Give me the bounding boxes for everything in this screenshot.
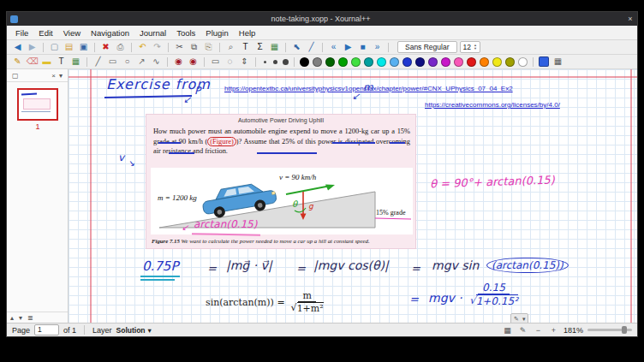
color-swatch-dark-green[interactable] <box>325 57 335 67</box>
color-swatch-pink[interactable] <box>454 57 463 67</box>
select-lasso-icon[interactable]: ◌ <box>224 56 236 68</box>
color-swatch-yellow[interactable] <box>492 57 502 67</box>
pen-quick-icon[interactable]: ✎ <box>514 316 519 323</box>
menu-item-help[interactable]: Help <box>234 28 261 38</box>
ink-arrow-icon: ↙ <box>182 223 188 232</box>
audio-first-icon[interactable]: « <box>327 41 340 53</box>
default-tool-icon[interactable]: ⬉ <box>290 41 303 53</box>
close-window-button[interactable]: × <box>623 15 637 23</box>
color-swatch-purple[interactable] <box>428 57 438 67</box>
cut-icon[interactable]: ✂ <box>173 41 186 53</box>
color-swatch-blue[interactable] <box>402 57 412 67</box>
font-button[interactable]: Sans Regular <box>397 41 457 53</box>
sidebar-close-icon[interactable]: × <box>51 72 56 80</box>
circle-shape-icon[interactable]: ○ <box>121 56 134 68</box>
open-document-icon[interactable]: ▤ <box>63 41 75 53</box>
layers-icon[interactable]: ≣ <box>27 314 33 322</box>
color-swatch-gray[interactable] <box>313 57 322 67</box>
zoom-out-icon[interactable]: − <box>533 326 544 335</box>
select-rect-icon[interactable]: ▭ <box>209 56 222 68</box>
print-icon[interactable]: ⎙ <box>114 41 127 53</box>
color-swatch-cyan[interactable] <box>377 57 386 67</box>
text-tool-icon[interactable]: T <box>239 41 252 53</box>
color-picker-icon[interactable] <box>539 56 549 67</box>
pen-size-thick-icon[interactable] <box>280 56 290 68</box>
pen-tool-icon[interactable]: ✎ <box>11 56 24 68</box>
color-swatch-light-green[interactable] <box>351 57 361 67</box>
eraser-tool-icon[interactable]: ⌫ <box>26 56 39 68</box>
font-size-spinner[interactable]: 12 ▲▼ <box>460 41 480 53</box>
copy-icon[interactable]: ⧉ <box>188 41 200 53</box>
pen-settings-icon[interactable]: ✎ <box>517 326 528 335</box>
layer-select[interactable]: Solution ▾ <box>116 326 152 335</box>
color-swatch-sky-blue[interactable] <box>390 57 399 67</box>
page-number-input[interactable]: 1 <box>34 324 59 335</box>
ink-annotation-v: v <box>118 151 124 163</box>
paste-icon[interactable]: ⎘ <box>202 41 215 53</box>
page-back-icon[interactable]: ◀ <box>11 41 24 53</box>
menu-item-view[interactable]: View <box>58 28 86 38</box>
color-swatch-orange[interactable] <box>480 57 489 67</box>
audio-play-icon[interactable]: ▶ <box>342 41 355 53</box>
color-swatch-white[interactable] <box>518 57 528 67</box>
color-swatch-navy[interactable] <box>415 57 425 67</box>
grid-snap-icon[interactable]: ▦ <box>552 56 564 68</box>
ruler-icon[interactable]: ╱ <box>92 56 104 68</box>
page-forward-icon[interactable]: ▶ <box>26 41 39 53</box>
menu-item-plugin[interactable]: Plugin <box>200 28 233 38</box>
menu-item-edit[interactable]: Edit <box>33 28 57 38</box>
arrow-shape-icon[interactable]: ↗ <box>135 56 148 68</box>
preview-tab-icon[interactable]: ▢ <box>12 72 19 80</box>
license-link[interactable]: https://creativecommons.org/licenses/by/… <box>425 101 560 109</box>
document-canvas[interactable]: Exercise from https://opentextbc.ca/univ… <box>69 69 637 323</box>
sidebar-menu-icon[interactable]: ▾ <box>59 72 63 80</box>
menu-item-navigation[interactable]: Navigation <box>86 28 134 38</box>
ink-underline <box>169 152 194 154</box>
color-swatch-red[interactable] <box>467 57 476 67</box>
page-thumbnail[interactable] <box>17 88 58 121</box>
toolbar-main: ◀▶▢▤▣✖⎙↶↷✂⧉⎘⌕TΣ▦⬉╱«▶■» Sans Regular 12 ▲… <box>7 40 637 55</box>
color-swatch-green[interactable] <box>338 57 348 67</box>
new-document-icon[interactable]: ▢ <box>48 41 61 53</box>
figure-link[interactable]: (Figure) <box>207 137 236 146</box>
zoom-in-icon[interactable]: + <box>548 326 559 335</box>
color-swatch-olive[interactable] <box>505 57 515 67</box>
pen-size-medium-icon[interactable] <box>270 56 280 68</box>
zoom-slider-thumb[interactable] <box>622 326 627 334</box>
highlighter-tool-icon[interactable]: ▬ <box>40 56 53 68</box>
snapping-icon[interactable]: ◉ <box>187 56 200 68</box>
image-tool-icon[interactable]: ▦ <box>268 41 281 53</box>
previous-page-icon[interactable]: ▴ <box>10 314 14 322</box>
next-page-icon[interactable]: ▾ <box>19 314 22 322</box>
toolbox-caret-icon[interactable]: ▾ <box>522 316 526 323</box>
zoom-slider[interactable] <box>587 329 632 331</box>
menu-item-tools[interactable]: Tools <box>171 28 200 38</box>
rectangle-shape-icon[interactable]: ▭ <box>106 56 119 68</box>
undo-icon[interactable]: ↶ <box>136 41 149 53</box>
save-icon[interactable]: ▣ <box>77 41 90 53</box>
vertical-space-icon[interactable]: ⇕ <box>238 56 251 68</box>
grid-toggle-icon[interactable]: ▦ <box>502 326 513 335</box>
audio-last-icon[interactable]: » <box>371 41 384 53</box>
shape-line-icon[interactable]: ╱ <box>305 41 318 53</box>
image-tool-icon[interactable]: ▦ <box>69 56 82 68</box>
pen-size-fine-icon[interactable] <box>259 56 270 68</box>
spinner-arrows-icon[interactable]: ▲▼ <box>474 44 477 50</box>
toolbar-separator <box>43 43 44 52</box>
text-tool-icon[interactable]: T <box>55 56 68 68</box>
redo-icon[interactable]: ↷ <box>151 41 164 53</box>
color-swatch-teal[interactable] <box>364 57 373 67</box>
color-swatch-magenta[interactable] <box>441 57 450 67</box>
menu-item-journal[interactable]: Journal <box>134 28 171 38</box>
tex-tool-icon[interactable]: Σ <box>253 41 266 53</box>
menu-item-file[interactable]: File <box>10 28 33 38</box>
menubar: FileEditViewNavigationJournalToolsPlugin… <box>7 26 637 40</box>
shape-recognizer-icon[interactable]: ◉ <box>172 56 185 68</box>
audio-stop-icon[interactable]: ■ <box>356 41 369 53</box>
search-icon[interactable]: ⌕ <box>224 41 237 53</box>
figure-caption-number: Figure 7.15 <box>152 238 180 244</box>
spline-shape-icon[interactable]: ∿ <box>150 56 163 68</box>
thumbnail-ink-stroke <box>21 93 37 96</box>
color-swatch-black[interactable] <box>300 57 309 67</box>
delete-icon[interactable]: ✖ <box>99 41 112 53</box>
